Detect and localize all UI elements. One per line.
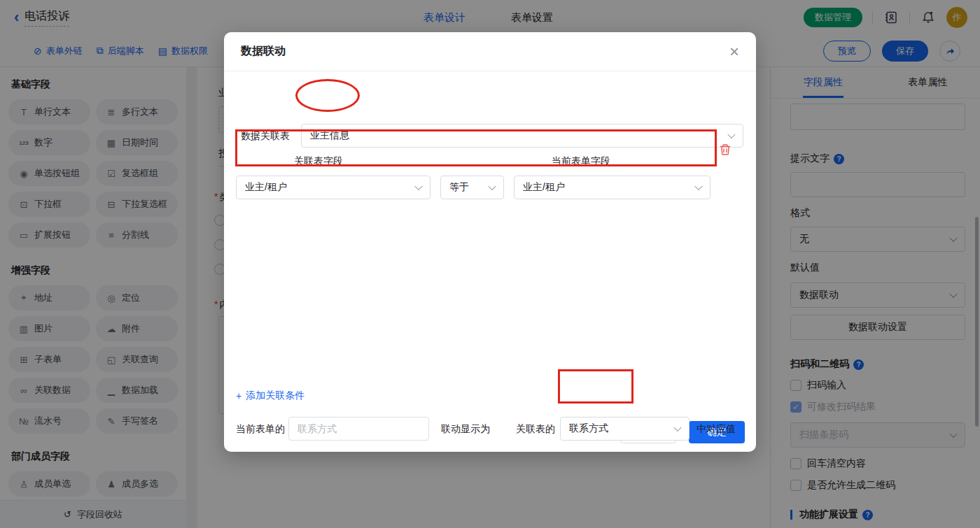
chevron-down-icon (673, 424, 681, 431)
add-condition-label: 添加关联条件 (246, 390, 304, 402)
plus-icon: + (236, 390, 241, 401)
current-field-input: 联系方式 (288, 417, 429, 441)
condition-right-value: 业主/租户 (523, 181, 565, 194)
close-icon[interactable]: × (729, 43, 739, 60)
condition-operator-value: 等于 (449, 181, 469, 194)
column-header-relation-field: 关联表字段 (294, 155, 343, 168)
chevron-down-icon (694, 183, 702, 190)
relation-table-value: 业主信息 (310, 129, 349, 142)
condition-operator-select[interactable]: 等于 (440, 176, 504, 199)
modal-title: 数据联动 (241, 44, 286, 59)
mapping-middle-label: 联动显示为 (441, 417, 490, 441)
relation-table-label: 数据关联表 (241, 130, 290, 143)
condition-right-field-select[interactable]: 业主/租户 (514, 176, 710, 199)
rel-field-select[interactable]: 联系方式 (560, 417, 690, 441)
add-condition-link[interactable]: + 添加关联条件 (236, 390, 304, 402)
chevron-down-icon (414, 183, 422, 190)
relation-table-select[interactable]: 业主信息 (301, 124, 743, 148)
chevron-down-icon (727, 131, 735, 138)
delete-condition-trash-icon[interactable] (718, 143, 732, 157)
rel-field-value: 联系方式 (569, 422, 608, 435)
mapping-rel-prefix-label: 关联表的 (516, 417, 555, 441)
condition-left-value: 业主/租户 (245, 181, 287, 194)
condition-left-field-select[interactable]: 业主/租户 (236, 176, 430, 199)
mapping-prefix-label: 当前表单的 (236, 417, 285, 441)
data-linkage-modal: 数据联动 × 数据关联表 业主信息 关联表字段 当前表单字段 业主/租户 等于 … (224, 32, 756, 452)
chevron-down-icon (488, 183, 496, 190)
mapping-suffix-label: 中对应值 (696, 417, 736, 441)
column-header-current-field: 当前表单字段 (552, 155, 610, 168)
